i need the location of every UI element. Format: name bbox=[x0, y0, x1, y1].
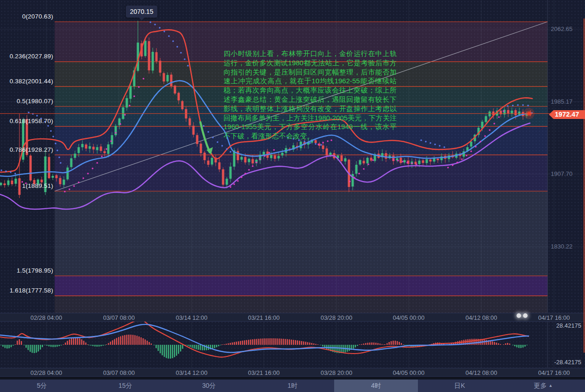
time-axis-label: 04/17 16:00 bbox=[538, 369, 570, 376]
tab-label: 1时 bbox=[287, 382, 298, 390]
peak-price-value: 2070.15 bbox=[130, 8, 154, 15]
last-price-value: 1972.47 bbox=[555, 111, 579, 118]
peak-price-tooltip: 2070.15 bbox=[126, 6, 157, 18]
loading-dot-icon[interactable] bbox=[517, 313, 521, 318]
macd-scale-max: 28.42175 bbox=[556, 322, 581, 329]
time-axis-label: 04/12 08:00 bbox=[466, 314, 498, 321]
price-axis-label: 1830.22 bbox=[551, 243, 573, 250]
time-axis-label: 02/28 04:00 bbox=[31, 314, 62, 321]
fib-level-label: 0.618(1958.70) bbox=[0, 118, 53, 125]
tab-timeframe-更多[interactable]: 更多▲ bbox=[501, 380, 585, 392]
time-axis-label: 03/21 16:00 bbox=[248, 314, 280, 321]
tab-timeframe-4时[interactable]: 4时 bbox=[334, 380, 418, 392]
macd-time-axis: 02/28 04:0003/07 08:0003/14 12:0003/21 1… bbox=[0, 368, 585, 377]
fib-level-label: 1(1889.51) bbox=[0, 182, 53, 190]
analysis-annotation-text: 四小时级别上看，布林带开口向上，金价运行在中上轨运行，金价多次测试1980都无法… bbox=[224, 49, 397, 141]
tab-timeframe-日K[interactable]: 日K bbox=[418, 380, 502, 392]
loading-dot-icon[interactable] bbox=[523, 313, 528, 318]
time-axis-label: 03/28 20:00 bbox=[321, 369, 353, 376]
tab-timeframe-15分[interactable]: 15分 bbox=[84, 380, 168, 392]
fib-level-label: 0.382(2001.44) bbox=[0, 78, 53, 85]
time-axis-label: 03/07 08:00 bbox=[103, 369, 135, 376]
chevron-up-icon: ▲ bbox=[548, 383, 553, 388]
tab-label: 30分 bbox=[202, 382, 216, 390]
price-axis-label: 1985.17 bbox=[551, 98, 573, 106]
price-axis-label: 2062.65 bbox=[551, 25, 573, 33]
tab-label: 日K bbox=[454, 382, 465, 390]
time-axis-label: 03/14 12:00 bbox=[176, 314, 208, 321]
time-axis-label: 03/28 20:00 bbox=[321, 314, 353, 321]
time-axis-label: 04/05 00:00 bbox=[393, 369, 425, 376]
fib-level-label: 0.236(2027.89) bbox=[0, 53, 53, 60]
fib-level-label: 1.618(1777.58) bbox=[0, 287, 53, 294]
time-axis-label: 04/05 00:00 bbox=[393, 314, 425, 321]
time-axis-label: 04/12 08:00 bbox=[466, 369, 498, 376]
fib-level-label: 0.786(1928.27) bbox=[0, 146, 53, 154]
time-axis-label: 02/28 04:00 bbox=[31, 369, 62, 376]
trading-chart-app: 0(2070.63)0.236(2027.89)0.382(2001.44)0.… bbox=[0, 0, 585, 392]
tab-timeframe-30分[interactable]: 30分 bbox=[167, 380, 251, 392]
timeframe-tabbar: 5分15分30分1时4时日K更多▲ bbox=[0, 380, 585, 392]
time-axis-label: 04/17 16:00 bbox=[538, 314, 570, 321]
tab-label: 4时 bbox=[371, 382, 381, 390]
tab-label: 15分 bbox=[118, 382, 132, 390]
last-price-glow bbox=[523, 108, 535, 119]
tab-timeframe-5分[interactable]: 5分 bbox=[0, 380, 84, 392]
macd-scale-min: -28.42175 bbox=[554, 359, 581, 366]
fib-level-label: 1.5(1798.95) bbox=[0, 267, 53, 274]
fib-level-label: 0(2070.63) bbox=[0, 13, 53, 20]
tab-timeframe-1时[interactable]: 1时 bbox=[251, 380, 335, 392]
main-price-chart[interactable] bbox=[0, 0, 585, 313]
time-axis-label: 03/21 16:00 bbox=[248, 369, 280, 376]
time-axis-label: 03/07 08:00 bbox=[103, 314, 135, 321]
right-edge-marker-line bbox=[584, 19, 585, 353]
price-axis-label: 1907.70 bbox=[551, 170, 573, 178]
macd-indicator-chart[interactable] bbox=[0, 322, 585, 368]
tab-label: 5分 bbox=[37, 382, 47, 390]
fib-level-label: 0.5(1980.07) bbox=[0, 98, 53, 105]
main-time-axis: 02/28 04:0003/07 08:0003/14 12:0003/21 1… bbox=[0, 313, 585, 322]
time-axis-label: 03/14 12:00 bbox=[176, 369, 208, 376]
tab-label: 更多 bbox=[534, 382, 547, 390]
last-price-tag: 1972.47 bbox=[549, 110, 585, 119]
